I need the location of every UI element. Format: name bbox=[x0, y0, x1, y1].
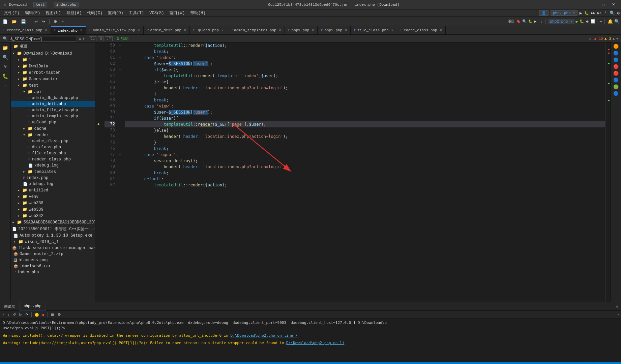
vcs-icon[interactable]: ↑↓ bbox=[538, 20, 542, 24]
tree-item-api[interactable]: ▾ 📁 api bbox=[11, 89, 95, 95]
tree-item-games-zip[interactable]: 📦 Games-master_2.zip bbox=[11, 251, 95, 257]
php2-label[interactable]: php2.php ▾ bbox=[551, 10, 578, 16]
php2-toolbar-btn[interactable]: php2.php ▾ bbox=[548, 19, 574, 24]
tree-item-xdebug1[interactable]: 📄 xdebug.log bbox=[11, 162, 95, 169]
tree-item-file-class[interactable]: P file_class.php bbox=[11, 150, 95, 156]
more-sidebar-icon[interactable]: ⋯ bbox=[1, 82, 9, 90]
profile-button[interactable]: 👤 bbox=[539, 10, 549, 16]
tree-item-flask[interactable]: 📦 flask-session-cookie-manager-master.zi… bbox=[11, 245, 95, 251]
fold-61[interactable]: ▾ bbox=[118, 55, 122, 61]
step-toolbar-icon[interactable]: ⏭ bbox=[586, 19, 589, 24]
notification-icon[interactable]: 🔔 bbox=[608, 19, 613, 24]
tree-item-web342[interactable]: ▸ 📁 web342 bbox=[11, 213, 95, 219]
tree-item-db-class[interactable]: P db_class.php bbox=[11, 144, 95, 150]
tree-item-ciscn[interactable]: ▸ 📁 ciscn_2019_c_1 bbox=[11, 239, 95, 245]
bookmark-icon[interactable]: 🔖 bbox=[516, 19, 521, 24]
tab-php1[interactable]: P php1.php × bbox=[285, 26, 318, 34]
tree-item-admin-tpl[interactable]: P admin_templates.php bbox=[11, 113, 95, 119]
browser-icon1[interactable]: 🟠 bbox=[613, 44, 619, 49]
settings-btn[interactable]: ⚙ bbox=[52, 19, 59, 25]
whole-word-btn[interactable]: W bbox=[98, 36, 104, 41]
settings-bottom-icon[interactable]: ⚙ bbox=[616, 304, 618, 309]
fold-81[interactable]: ▾ bbox=[118, 176, 122, 182]
tab-close[interactable]: × bbox=[184, 29, 186, 32]
menu-view[interactable]: 视图(U) bbox=[43, 9, 64, 17]
tab-close[interactable]: × bbox=[312, 29, 314, 32]
tree-item-index[interactable]: P index.php bbox=[11, 175, 95, 181]
minus-btn[interactable]: − bbox=[60, 19, 65, 25]
tree-item-htaccess[interactable]: 🖼 htaccess.png bbox=[11, 257, 95, 263]
menu-tools[interactable]: 工具(T) bbox=[126, 9, 147, 17]
search-sidebar-icon[interactable]: 🔍 bbox=[1, 53, 9, 61]
fold-69[interactable]: ▾ bbox=[118, 103, 122, 109]
tab-close[interactable]: × bbox=[440, 29, 442, 32]
browser-icon4[interactable]: 🔴 bbox=[613, 64, 619, 69]
tree-item-render-class[interactable]: P render_class.php bbox=[11, 156, 95, 162]
run2-btn[interactable]: ▶▶ bbox=[591, 11, 595, 15]
bottom-tab-debugger[interactable]: 调试器 bbox=[0, 302, 20, 310]
tab-close[interactable]: × bbox=[221, 29, 224, 32]
fold-63[interactable]: ▾ bbox=[118, 67, 122, 73]
bottom-tab-php2[interactable]: php2.php bbox=[20, 302, 46, 310]
tree-item-games[interactable]: ▸ 📁 Games-master bbox=[11, 76, 95, 82]
debug-up-btn[interactable]: ↑ bbox=[1, 312, 5, 317]
tree-item-admin-deit[interactable]: P admin_deit.php bbox=[11, 101, 95, 107]
tree-item-xdebug2[interactable]: 📄 xdebug.log bbox=[11, 181, 95, 187]
tab-admin-deit[interactable]: P admin_deit.php × bbox=[144, 26, 190, 34]
tab-cache-class[interactable]: P cache_class.php × bbox=[397, 26, 446, 34]
collapse-btn[interactable]: ▼ bbox=[616, 37, 618, 41]
fold-77[interactable]: ▾ bbox=[118, 152, 122, 158]
run-green-btn[interactable]: ▶ bbox=[576, 19, 579, 24]
explorer-icon[interactable]: 📁 bbox=[1, 44, 9, 52]
tree-item-download[interactable]: ▾ 📁 Download D:\Download bbox=[11, 50, 95, 57]
tree-item-1[interactable]: ▸ 📁 1 bbox=[11, 57, 95, 63]
coverage-btn[interactable]: ▶⚡ bbox=[597, 11, 602, 15]
menu-nav[interactable]: 导航(A) bbox=[64, 9, 85, 17]
menu-code[interactable]: 代码(C) bbox=[84, 9, 105, 17]
tree-item-errbot[interactable]: ▸ 📁 errbot-master bbox=[11, 69, 95, 76]
tab-php2[interactable]: P php2.php × bbox=[318, 26, 351, 34]
tab-index[interactable]: P index.php × bbox=[51, 26, 86, 34]
tree-item-admin-file[interactable]: P admin_file_view.php bbox=[11, 107, 95, 113]
tree-item-autohotkey[interactable]: 📄 AutoHotkey_1.1.33.10_Setup.exe bbox=[11, 233, 95, 239]
redo-btn[interactable]: ↪ bbox=[40, 19, 47, 25]
browser-icon7[interactable]: 🟢 bbox=[613, 84, 619, 90]
tree-item-doc[interactable]: 📄 20211850100011-李智超-C++实验一-.doc bbox=[11, 225, 95, 233]
new-file-btn[interactable]: 📄 bbox=[1, 19, 9, 25]
browser-icon2[interactable]: 🔵 bbox=[613, 51, 619, 56]
tab-close[interactable]: × bbox=[45, 29, 47, 32]
profile-toolbar-icon[interactable]: 📊 bbox=[591, 19, 595, 24]
expand-btn[interactable]: ▲ bbox=[613, 37, 615, 41]
debug-restart-btn[interactable]: ↺ bbox=[12, 312, 17, 317]
tab-close[interactable]: × bbox=[80, 29, 82, 32]
find-icon[interactable]: 🔍 bbox=[522, 19, 527, 24]
tab-render-class[interactable]: P render_class.php × bbox=[0, 26, 51, 34]
search-input[interactable] bbox=[9, 36, 76, 41]
close-button[interactable]: ✕ bbox=[609, 0, 618, 9]
menu-refactor[interactable]: 重构(O) bbox=[105, 9, 126, 17]
maximize-button[interactable]: □ bbox=[599, 0, 608, 9]
tree-item-admin-db[interactable]: P admin_db_backup.php bbox=[11, 95, 95, 101]
undo-btn[interactable]: ↩ bbox=[33, 19, 39, 25]
tree-item-cache[interactable]: ▸ 📁 cache bbox=[11, 125, 95, 132]
fold-71[interactable]: ▾ bbox=[118, 115, 122, 121]
tree-item-cache-class[interactable]: P cache_class.php bbox=[11, 138, 95, 144]
minimize-button[interactable]: ─ bbox=[589, 0, 598, 9]
close-panel-btn[interactable]: ✕ bbox=[617, 312, 620, 317]
tree-item-templates[interactable]: ▸ 📁 templates bbox=[11, 169, 95, 175]
browser-icon8[interactable]: 🔵 bbox=[613, 91, 619, 96]
search-next-btn[interactable]: ▼ bbox=[83, 37, 85, 41]
more-btn[interactable]: ⋮ bbox=[604, 11, 608, 15]
console-link-1[interactable]: D:\Download\php2.php on line 7 bbox=[231, 333, 298, 338]
settings-icon[interactable]: ⚙ bbox=[617, 10, 620, 16]
tab-close[interactable]: × bbox=[345, 29, 347, 32]
tree-item-render[interactable]: ▾ 📁 render bbox=[11, 132, 95, 138]
debug-toolbar-icon[interactable]: 🐛 bbox=[528, 19, 533, 24]
file-tab[interactable]: index.php bbox=[54, 2, 79, 7]
tree-item-jdmels[interactable]: 📦 jdmelsds6.rar bbox=[11, 263, 95, 269]
tree-item-web338[interactable]: ▸ 📁 web338 bbox=[11, 200, 95, 206]
tree-item-untitled[interactable]: ▸ 📁 untitled bbox=[11, 187, 95, 193]
tab-admin-file-view[interactable]: P admin_file_view.php × bbox=[86, 26, 143, 34]
browser-icon5[interactable]: 🔴 bbox=[613, 71, 619, 76]
filter-btn[interactable]: ⚙ bbox=[57, 312, 62, 317]
